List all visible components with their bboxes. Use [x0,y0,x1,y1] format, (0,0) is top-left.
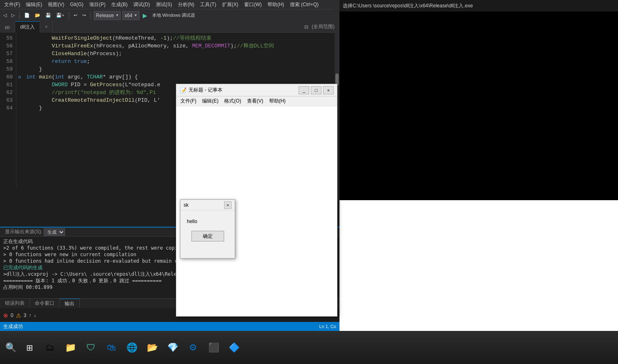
code-tab-bar: pp dll注入 × ⊟ (全局范围) [0,21,339,33]
taskbar-start-btn[interactable]: ⊞ [20,339,38,357]
menu-tools[interactable]: 工具(T) [198,0,218,9]
toolbar-new-btn[interactable]: 📄 [22,12,31,19]
platform-dropdown[interactable]: x64 ▼ [122,11,139,20]
notepad-minimize-btn[interactable]: _ [299,86,309,94]
terminal-path: 选择C:\Users \source\repos\dll注入\x64\Relea… [343,2,473,9]
sk-message: hello [187,219,197,224]
tab-close[interactable]: × [40,21,53,33]
menu-git[interactable]: Git(G) [67,1,86,8]
toolbar-open-btn[interactable]: 📂 [33,12,42,19]
toolbar-undo-btn[interactable]: ↩ [72,12,79,19]
toolbar-save-btn[interactable]: 💾 [44,12,53,19]
tab-command-window[interactable]: 命令窗口 [30,299,60,308]
separator-3 [90,12,91,19]
toolbar-save-all-btn[interactable]: 💾+ [54,12,66,19]
taskbar-store-btn[interactable]: 🛍 [102,339,120,357]
notepad-app-icon: 📝 [180,87,186,94]
notepad-window-controls: _ □ × [299,86,334,94]
menu-project[interactable]: 项目(P) [87,0,108,9]
purple-app-icon: 🔷 [229,342,240,353]
sk-close-btn[interactable]: × [224,201,231,209]
sk-body: hello 确定 [180,210,235,246]
sk-ok-btn[interactable]: 确定 [191,231,224,241]
menu-build[interactable]: 生成(B) [109,0,130,9]
menu-debug[interactable]: 调试(D) [131,0,153,9]
run-btn[interactable]: ▶ [141,12,149,19]
output-source-label: 显示输出来源(S): [5,228,42,235]
nav-up[interactable]: ↑ [29,313,31,318]
taskbar-vs-btn[interactable]: 💎 [164,339,182,357]
right-white-area [339,200,618,331]
taskbar-purple-btn[interactable]: 🔷 [225,339,243,357]
toolbar-back-btn[interactable]: ◁ [2,12,8,19]
notepad-menu-file[interactable]: 文件(F) [178,97,199,105]
taskbar-cmd-btn[interactable]: ⬛ [205,339,222,357]
menu-file[interactable]: 文件(F) [2,0,22,9]
output-source: 显示输出来源(S): 生成 [5,228,65,236]
error-count: 0 [11,313,13,318]
notepad-menu-view[interactable]: 查看(V) [245,97,266,105]
notepad-title-bar: 📝 无标题 - 记事本 _ □ × [176,84,337,96]
taskbar-inner: 🔍 ⊞ 🗂 📁 🛡 🛍 🌐 📂 💎 ⚙ ⬛ [0,331,618,364]
separator-2 [69,12,69,19]
code-line-59: } [26,65,336,73]
platform-dropdown-arrow: ▼ [134,13,137,17]
code-line-60: int main(int argc, TCHAR* argv[]) { [26,73,336,81]
taskbar-edge-btn[interactable]: 🌐 [123,339,141,357]
notepad-close-btn[interactable]: × [323,86,334,94]
scope-expand[interactable]: ⊟ [304,24,308,30]
taskbar-folder-btn[interactable]: 📁 [61,339,79,357]
taskbar-settings-btn[interactable]: ⚙ [184,339,202,357]
warning-count: 3 [24,313,27,318]
menu-test[interactable]: 测试(S) [153,0,175,9]
gear-icon: ⚙ [189,342,197,353]
notepad-menu-help[interactable]: 帮助(H) [267,97,288,105]
menu-view[interactable]: 视图(V) [45,0,67,9]
debug-target-label[interactable]: 本地 Windows 调试器 [151,11,197,19]
notepad-menu-bar: 文件(F) 编辑(E) 格式(O) 查看(V) 帮助(H) [176,96,337,106]
tab-error-list[interactable]: 错误列表 [0,299,30,308]
file-explorer-icon: 🗂 [45,342,54,353]
notepad-maximize-btn[interactable]: □ [311,86,321,94]
taskbar-security-btn[interactable]: 🛡 [82,339,100,357]
taskbar-search-btn[interactable]: 🔍 [3,339,18,357]
terminal-content[interactable] [339,11,618,200]
toolbar-redo-btn[interactable]: ↪ [81,12,88,19]
code-line-55: WaitForSingleObject(hRemoteThred, -1);//… [26,34,336,42]
cmd-icon: ⬛ [208,342,219,353]
terminal-area: 选择C:\Users \source\repos\dll注入\x64\Relea… [339,0,618,200]
vs-icon: 💎 [167,342,178,353]
menu-edit[interactable]: 编辑(E) [23,0,45,9]
folder-icon: 📁 [65,342,76,353]
windows-icon: ⊞ [26,343,33,353]
configuration-dropdown[interactable]: Release ▼ [94,11,121,20]
menu-extensions[interactable]: 扩展(X) [220,0,241,9]
menu-window[interactable]: 窗口(W) [242,0,264,9]
toolbar: ◁ ▷ 📄 📂 💾 💾+ ↩ ↪ Release ▼ x64 ▼ ▶ 本地 Wi… [0,9,339,21]
code-line-57: CloseHandle(hProcess); [26,50,336,58]
tab-output[interactable]: 输出 [60,299,80,308]
vs-status-bar: 生成成功 Ln 1, Co [0,322,339,331]
menu-help[interactable]: 帮助(H) [265,0,287,9]
terminal-title-bar: 选择C:\Users \source\repos\dll注入\x64\Relea… [339,0,618,11]
search-icon: 🔍 [5,342,16,353]
tab-pp[interactable]: pp [0,21,15,33]
notepad-menu-edit[interactable]: 编辑(E) [200,97,221,105]
windows-explorer-icon: 📂 [147,342,158,353]
tab-dll-inject[interactable]: dll注入 [15,21,40,33]
menu-search[interactable]: 搜索 (Ctrl+Q) [288,0,321,9]
menu-analyze[interactable]: 分析(N) [175,0,197,9]
nav-down[interactable]: ↓ [34,313,36,318]
status-success-text: 生成成功 [3,323,23,330]
taskbar-explorer-btn[interactable]: 📂 [143,339,161,357]
taskbar-files-btn[interactable]: 🗂 [41,339,59,357]
sk-title-bar: sk × [180,200,235,210]
status-icons: ⊗ 0 ⚠ 3 ↑ ↓ [3,312,36,319]
store-icon: 🛍 [107,342,116,353]
output-source-select[interactable]: 生成 [44,228,65,236]
notepad-title-text: 无标题 - 记事本 [189,87,299,94]
line-numbers: 55 56 57 58 59 60 61 62 63 64 [0,33,16,188]
toolbar-forward-btn[interactable]: ▷ [10,12,16,19]
menu-bar: 文件(F) 编辑(E) 视图(V) Git(G) 项目(P) 生成(B) 调试(… [0,0,339,9]
notepad-menu-format[interactable]: 格式(O) [222,97,243,105]
